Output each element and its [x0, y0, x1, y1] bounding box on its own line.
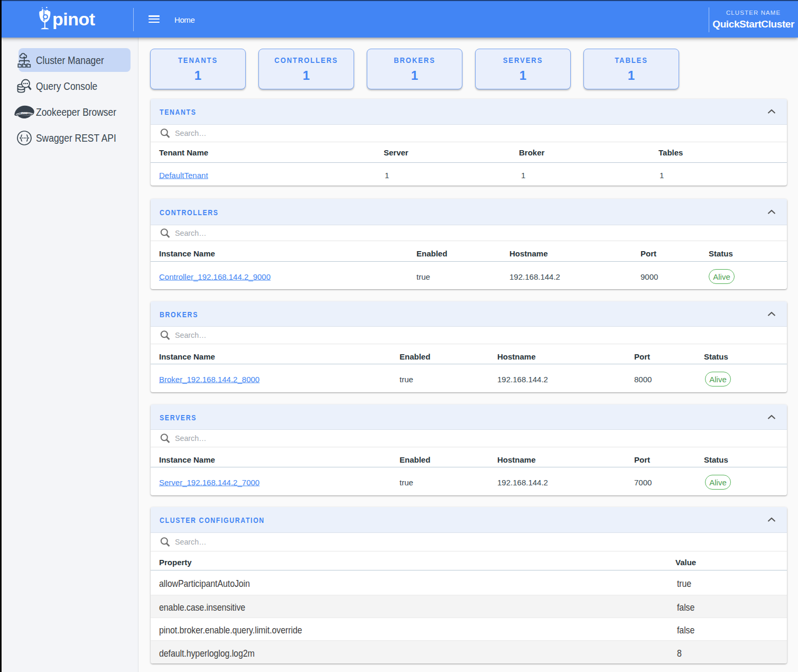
- svg-text:zoo: zoo: [21, 110, 27, 115]
